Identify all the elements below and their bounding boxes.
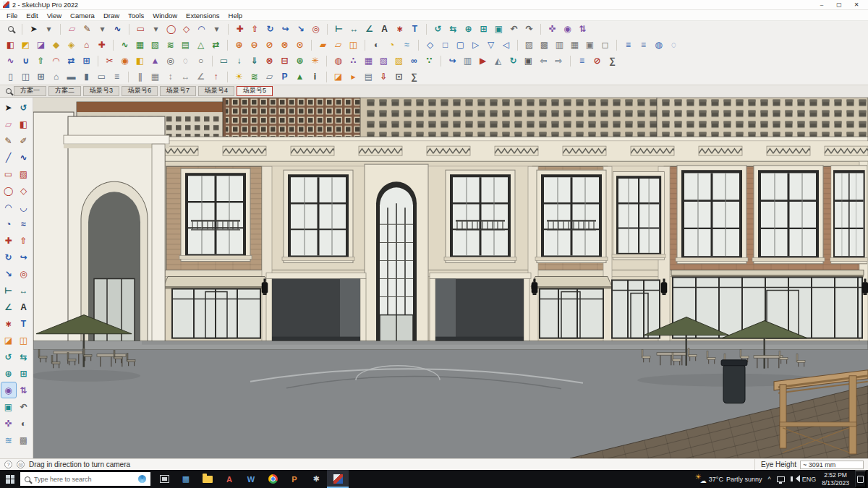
shadows-dialog-icon[interactable]: ◐	[369, 38, 384, 52]
model-info-icon[interactable]: ◌	[666, 38, 681, 52]
solid-inspector-icon[interactable]: ◉	[117, 53, 132, 68]
slab-tool-icon[interactable]: ▬	[64, 69, 79, 84]
menu-window[interactable]: Window	[148, 10, 182, 20]
circle-icon[interactable]: ◯	[1, 183, 16, 198]
dwg-import-icon[interactable]: ⇦	[536, 53, 551, 68]
scale-icon[interactable]: ↘	[293, 22, 308, 36]
tree-tool-icon[interactable]: ▲	[292, 69, 307, 84]
solid-subtract-icon[interactable]: ⊖	[247, 38, 262, 52]
orbit-icon[interactable]: ↺	[430, 22, 446, 36]
zoom-window-icon[interactable]: ⊞	[17, 366, 31, 381]
beam-tool-icon[interactable]: ▭	[94, 69, 109, 84]
merge-faces-icon[interactable]: ⊕	[292, 53, 307, 68]
scene-tab-5[interactable]: 场景号7	[160, 86, 196, 97]
rectangle-icon[interactable]: ▭	[1, 166, 16, 181]
next-view-icon[interactable]: ↷	[522, 22, 537, 36]
select-menu-icon[interactable]: ▾	[41, 22, 56, 36]
round-corner-icon[interactable]: ◠	[48, 53, 64, 68]
rotate-icon[interactable]: ↻	[1, 249, 16, 265]
scatter-icon[interactable]: ∵	[422, 53, 437, 68]
protractor-icon[interactable]: ∠	[1, 299, 16, 314]
word-icon[interactable]: W	[240, 470, 262, 488]
randomize-icon[interactable]: ∞	[407, 53, 422, 68]
bezier-tool-icon[interactable]: ∿	[3, 53, 18, 68]
elevation-marker-icon[interactable]: ∠	[193, 69, 208, 84]
walk-icon[interactable]: ⇅	[575, 22, 590, 36]
notification-center-button[interactable]	[855, 470, 867, 488]
task-view-icon[interactable]	[153, 470, 175, 488]
menu-camera[interactable]: Camera	[66, 10, 99, 20]
cleanup-icon[interactable]: ✂	[102, 53, 117, 68]
section-fill-icon[interactable]: ◫	[17, 333, 31, 348]
turntable-icon[interactable]: ↻	[506, 53, 521, 68]
pen-icon[interactable]: ✐	[17, 133, 31, 148]
two-point-arc-icon[interactable]: ◡	[17, 200, 31, 215]
rotated-rectangle-icon[interactable]: ▨	[17, 166, 31, 181]
isolate-icon[interactable]: ◎	[163, 53, 178, 68]
taskbar-search[interactable]: Type here to search	[20, 472, 150, 486]
rectangle-icon[interactable]: ▭	[133, 22, 148, 36]
menu-extensions[interactable]: Extensions	[182, 10, 224, 20]
dimension-chain-icon[interactable]: ↔	[178, 69, 193, 84]
tape-measure-icon[interactable]: ⊢	[331, 22, 346, 36]
add-detail-icon[interactable]: △	[193, 38, 208, 52]
scene-tab-7[interactable]: 场景号5	[237, 86, 273, 97]
pan-icon[interactable]: ⇆	[17, 349, 31, 364]
access-icon[interactable]: A	[218, 470, 240, 488]
dimension-icon[interactable]: ↔	[17, 283, 31, 298]
polygon-icon[interactable]: ◇	[17, 183, 31, 198]
network-icon[interactable]	[777, 476, 785, 482]
clock[interactable]: 2:52 PM 8/13/2023	[822, 471, 849, 486]
menu-file[interactable]: File	[2, 10, 22, 20]
sandbox-stamp-icon[interactable]: ▦	[132, 38, 148, 52]
view-left-icon[interactable]: ◁	[498, 38, 514, 52]
export-pdf-icon[interactable]: ⇩	[376, 69, 391, 84]
split-tool-icon[interactable]: ⊟	[277, 53, 292, 68]
pencil-menu-icon[interactable]: ▾	[95, 22, 110, 36]
solid-intersect-icon[interactable]: ⊗	[277, 38, 292, 52]
flatten-icon[interactable]: ▭	[216, 53, 231, 68]
smart-offset-icon[interactable]: ◍	[331, 53, 346, 68]
entity-info-icon[interactable]: ◍	[651, 38, 666, 52]
scene-tab-4[interactable]: 场景号6	[122, 86, 158, 97]
sandbox-drape-icon[interactable]: ▧	[148, 38, 163, 52]
minimize-button[interactable]: –	[813, 0, 830, 9]
move-icon[interactable]: ✚	[1, 233, 16, 248]
3d-warehouse-icon[interactable]: ⌂	[79, 38, 94, 52]
grid-tool-icon[interactable]: ▦	[148, 69, 163, 84]
layout-sheet-icon[interactable]: ▤	[361, 69, 376, 84]
shaded-icon[interactable]: ▦	[567, 38, 582, 52]
monochrome-icon[interactable]: ▩	[17, 432, 31, 448]
pencil-icon[interactable]: ✎	[1, 133, 16, 148]
polygon-icon[interactable]: ◇	[179, 22, 194, 36]
axes-icon[interactable]: ∗	[392, 22, 407, 36]
section-plane-icon[interactable]: ◪	[1, 333, 16, 348]
previous-view-icon[interactable]: ↶	[17, 399, 31, 414]
person-tool-icon[interactable]: i	[307, 69, 323, 84]
eraser-icon[interactable]: ▱	[64, 22, 80, 36]
menu-edit[interactable]: Edit	[22, 10, 42, 20]
text-icon[interactable]: A	[377, 22, 392, 36]
menu-help[interactable]: Help	[224, 10, 247, 20]
view-back-icon[interactable]: ▽	[483, 38, 498, 52]
make-component-icon[interactable]: ◆	[48, 38, 64, 52]
position-camera-icon[interactable]: ✜	[545, 22, 560, 36]
profile-builder-icon[interactable]: ▥	[460, 53, 475, 68]
powerpoint-icon[interactable]: P	[284, 470, 305, 488]
uv-mapping-icon[interactable]: ▧	[376, 53, 391, 68]
3d-text-icon[interactable]: T	[407, 22, 422, 36]
monochrome-mode-icon[interactable]: ◻	[597, 38, 613, 52]
scene-tab-6[interactable]: 场景号4	[198, 86, 234, 97]
look-around-icon[interactable]: ◉	[560, 22, 575, 36]
push-pull-icon[interactable]: ⇧	[17, 233, 31, 248]
microsoft-store-icon[interactable]: ▦	[175, 470, 197, 488]
railing-tool-icon[interactable]: ∥	[132, 69, 148, 84]
camera-orbit-icon[interactable]: ↺	[17, 100, 31, 115]
fog-icon[interactable]: ≋	[1, 432, 16, 448]
flip-edge-icon[interactable]: ⇄	[208, 38, 224, 52]
offset-icon[interactable]: ◎	[17, 266, 31, 281]
tape-measure-icon[interactable]: ⊢	[1, 283, 16, 298]
dwg-export-icon[interactable]: ⇨	[551, 53, 566, 68]
export-image-icon[interactable]: ▣	[521, 53, 536, 68]
drop-to-ground-icon[interactable]: ↓	[231, 53, 247, 68]
